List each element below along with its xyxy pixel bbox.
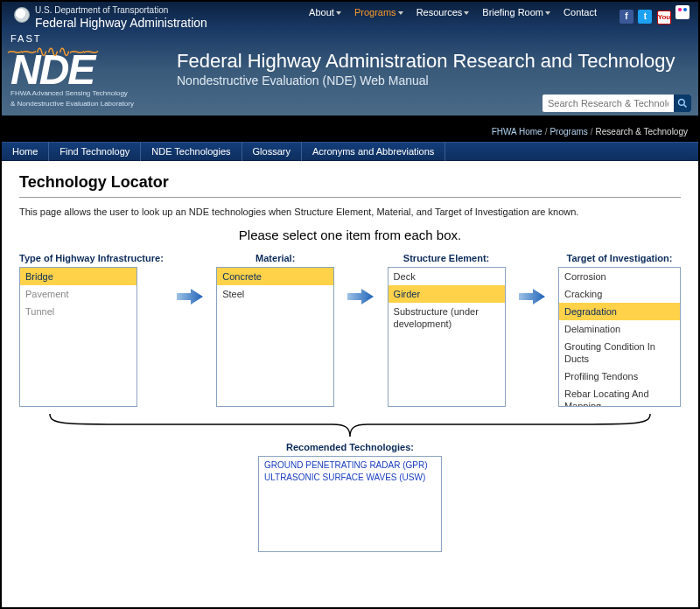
infrastructure-item[interactable]: Bridge — [20, 268, 136, 285]
col-target: Target of Investigation: Corrosion Crack… — [558, 253, 681, 407]
flickr-icon[interactable] — [676, 5, 690, 19]
topnav-programs-label: Programs — [354, 7, 396, 18]
chevron-down-icon — [545, 11, 550, 15]
recommended-item[interactable]: ULTRASONIC SURFACE WAVES (USW) — [264, 472, 436, 482]
localnav-acronyms[interactable]: Acronyms and Abbreviations — [302, 142, 445, 161]
site-subtitle: Nondestructive Evaluation (NDE) Web Manu… — [177, 74, 429, 88]
nde-logo: FAST ⁓⁓∿∿∿⁓⁓ NDE FHWA Advanced Sensing T… — [10, 33, 159, 108]
target-item[interactable]: Profiling Tendons — [559, 368, 680, 385]
breadcrumb: FHWA Home/Programs/Research & Technology — [492, 127, 688, 136]
element-item[interactable]: Deck — [388, 268, 505, 285]
topnav-resources[interactable]: Resources — [416, 7, 470, 18]
target-item[interactable]: Delamination — [559, 320, 680, 338]
facebook-icon[interactable]: f — [620, 10, 634, 24]
arrow-icon — [175, 253, 205, 305]
svg-marker-3 — [347, 289, 374, 304]
logo-tagline-1: FHWA Advanced Sensing Technology — [10, 89, 159, 98]
svg-marker-2 — [177, 289, 203, 304]
topnav-briefing-label: Briefing Room — [482, 7, 543, 18]
topnav-contact[interactable]: Contact — [564, 7, 597, 18]
topnav-resources-label: Resources — [416, 7, 463, 18]
breadcrumb-home[interactable]: FHWA Home — [492, 127, 542, 136]
topnav-about-label: About — [309, 7, 334, 18]
local-nav: Home Find Technology NDE Technologies Gl… — [2, 142, 698, 161]
top-nav: About Programs Resources Briefing Room C… — [304, 7, 602, 18]
chevron-down-icon — [336, 11, 341, 15]
soundwave-icon: ⁓⁓∿∿∿⁓⁓ — [7, 42, 97, 61]
topnav-contact-label: Contact — [564, 7, 597, 18]
search-bar — [542, 94, 691, 112]
element-item[interactable]: Girder — [388, 285, 505, 303]
localnav-find-technology[interactable]: Find Technology — [49, 142, 141, 161]
target-item[interactable]: Corrosion — [559, 268, 680, 285]
infrastructure-item[interactable]: Pavement — [20, 285, 136, 303]
site-header: U.S. Department of Transportation Federa… — [2, 2, 698, 116]
element-item[interactable]: Substructure (under development) — [388, 303, 505, 332]
breadcrumb-programs[interactable]: Programs — [550, 127, 587, 136]
arrow-icon — [346, 253, 375, 305]
breadcrumb-current: Research & Technology — [596, 127, 688, 136]
social-links: f t You — [618, 5, 690, 24]
element-heading: Structure Element: — [388, 253, 506, 263]
site-title: Federal Highway Administration Research … — [177, 50, 675, 73]
target-listbox[interactable]: Corrosion Cracking Degradation Delaminat… — [558, 267, 681, 407]
search-button[interactable] — [674, 94, 691, 112]
col-material: Material: Concrete Steel — [216, 253, 334, 407]
youtube-icon[interactable]: You — [657, 10, 671, 24]
page-heading: Technology Locator — [19, 173, 681, 192]
element-listbox[interactable]: Deck Girder Substructure (under developm… — [388, 267, 506, 407]
arrow-icon — [517, 253, 547, 305]
logo-tagline-2: & Nondestructive Evaluation Laboratory — [10, 100, 159, 108]
recommended-section: Recomended Technologies: GROUND PENETRAT… — [19, 442, 681, 552]
col-infrastructure: Type of Highway Infrastructure: Bridge P… — [19, 253, 164, 407]
dark-strip: FHWA Home/Programs/Research & Technology — [2, 116, 698, 142]
localnav-nde-technologies[interactable]: NDE Technologies — [141, 142, 242, 161]
target-item[interactable]: Cracking — [559, 285, 680, 303]
recommended-listbox: GROUND PENETRATING RADAR (GPR) ULTRASONI… — [258, 456, 442, 552]
infrastructure-item[interactable]: Tunnel — [20, 303, 136, 320]
main-content: Technology Locator This page allows the … — [2, 161, 698, 552]
topnav-about[interactable]: About — [309, 7, 341, 18]
bracket-icon — [46, 412, 654, 438]
agency-label: Federal Highway Administration — [35, 16, 207, 30]
recommended-heading: Recomended Technologies: — [19, 442, 681, 452]
intro-text: This page allows the user to look up an … — [19, 206, 681, 217]
recommended-item[interactable]: GROUND PENETRATING RADAR (GPR) — [264, 460, 436, 470]
department-label: U.S. Department of Transportation — [35, 5, 168, 15]
chevron-down-icon — [398, 11, 403, 15]
col-element: Structure Element: Deck Girder Substruct… — [388, 253, 506, 407]
selector-columns: Type of Highway Infrastructure: Bridge P… — [19, 253, 681, 407]
search-icon — [677, 98, 688, 108]
localnav-glossary[interactable]: Glossary — [242, 142, 302, 161]
svg-point-0 — [679, 100, 685, 106]
search-input[interactable] — [542, 96, 674, 110]
chevron-down-icon — [464, 11, 469, 15]
material-item[interactable]: Concrete — [217, 268, 333, 285]
svg-marker-4 — [519, 289, 545, 304]
app-frame: U.S. Department of Transportation Federa… — [0, 0, 700, 609]
svg-line-1 — [684, 105, 687, 108]
topnav-briefing-room[interactable]: Briefing Room — [482, 7, 550, 18]
localnav-home[interactable]: Home — [2, 142, 49, 161]
topnav-programs[interactable]: Programs — [354, 7, 403, 18]
target-item[interactable]: Grouting Condition In Ducts — [559, 338, 680, 368]
infrastructure-heading: Type of Highway Infrastructure: — [19, 253, 164, 263]
twitter-icon[interactable]: t — [638, 10, 652, 24]
instruction-text: Please select one item from each box. — [19, 228, 681, 242]
dot-seal-icon — [14, 7, 30, 23]
infrastructure-listbox[interactable]: Bridge Pavement Tunnel — [19, 267, 137, 407]
target-item[interactable]: Degradation — [559, 303, 680, 320]
target-item[interactable]: Rebar Locating And Mapping — [559, 385, 680, 407]
target-heading: Target of Investigation: — [558, 253, 681, 263]
heading-rule — [19, 197, 681, 198]
material-heading: Material: — [216, 253, 334, 263]
material-listbox[interactable]: Concrete Steel — [216, 267, 334, 407]
material-item[interactable]: Steel — [217, 285, 333, 303]
